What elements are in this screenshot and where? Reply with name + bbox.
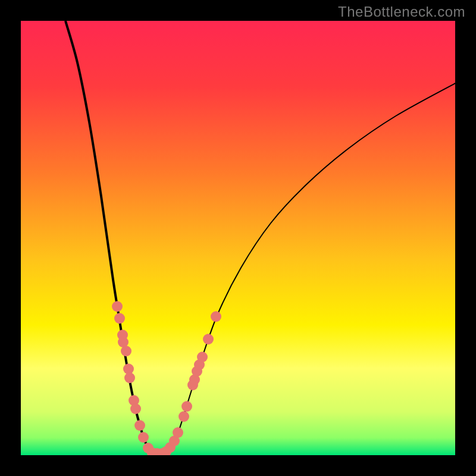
gradient-background (21, 21, 455, 455)
data-point (130, 403, 141, 414)
data-point (203, 334, 214, 345)
data-point (181, 401, 192, 412)
data-point (134, 420, 145, 431)
chart-frame: TheBottleneck.com (0, 0, 476, 476)
data-point (124, 372, 135, 383)
data-point (138, 432, 149, 443)
data-point (178, 411, 189, 422)
watermark-label: TheBottleneck.com (338, 4, 465, 20)
plot-area (21, 21, 455, 455)
data-point (211, 311, 221, 322)
data-point (114, 313, 125, 324)
data-point (112, 301, 123, 312)
bottleneck-chart (21, 21, 455, 455)
data-point (121, 346, 131, 356)
data-point (173, 427, 183, 438)
data-point (197, 352, 208, 362)
